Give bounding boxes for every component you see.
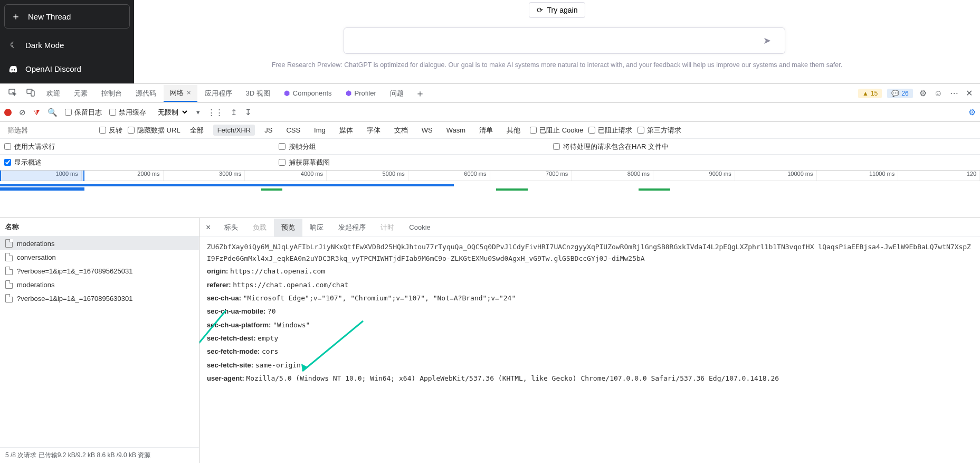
tab-network[interactable]: 网络 × <box>164 85 197 102</box>
close-devtools-icon[interactable]: ✕ <box>963 86 976 100</box>
tab-elements[interactable]: 元素 <box>68 86 94 101</box>
detail-tab-headers[interactable]: 标头 <box>217 219 245 237</box>
network-toolbar: ⊘ ⧩ 🔍 保留日志 禁用缓存 无限制 ▾ ⋮⋮ ↥ ↧ ⚙ <box>0 103 980 122</box>
info-badge[interactable]: 💬 26 <box>887 89 912 98</box>
blocked-requests-checkbox[interactable]: 已阻止请求 <box>588 126 632 135</box>
invert-checkbox[interactable]: 反转 <box>99 126 122 135</box>
request-item[interactable]: ?verbose=1&ip=1&_=1670895625031 <box>0 264 199 278</box>
dark-mode-button[interactable]: ☾ Dark Mode <box>0 33 134 57</box>
request-detail-pane: × 标头 负载 预览 响应 发起程序 计时 Cookie ZU6ZbfXay0i… <box>199 218 980 463</box>
timeline-tick: 11000 ms <box>817 171 899 181</box>
tab-network-close-icon[interactable]: × <box>187 89 191 97</box>
detail-tab-response[interactable]: 响应 <box>302 219 331 237</box>
clear-button[interactable]: ⊘ <box>19 108 26 117</box>
chat-input[interactable] <box>344 27 785 54</box>
capture-screenshots-checkbox[interactable]: 捕获屏幕截图 <box>279 158 330 167</box>
tab-welcome[interactable]: 欢迎 <box>40 86 66 101</box>
detail-body[interactable]: ZU6ZbfXay0iQy6M_NJqLyAFIbLrJiyNKxQtfEwXV… <box>199 237 980 463</box>
filter-toggle-icon[interactable]: ⧩ <box>33 108 40 117</box>
group-by-frame-checkbox[interactable]: 按帧分组 <box>279 142 521 152</box>
include-har-checkbox[interactable]: 将待处理的请求包含在HAR 文件中 <box>553 142 669 152</box>
preview-disclaimer: Free Research Preview: ChatGPT is optimi… <box>272 61 843 69</box>
disable-cache-checkbox[interactable]: 禁用缓存 <box>109 108 146 117</box>
warnings-badge[interactable]: ▲ 15 <box>858 89 882 98</box>
preserve-log-checkbox[interactable]: 保留日志 <box>65 108 102 117</box>
devtools-tab-strip: 欢迎 元素 控制台 源代码 网络 × 应用程序 3D 视图 ⬢ Componen… <box>0 84 980 103</box>
filter-doc[interactable]: 文档 <box>390 124 412 137</box>
request-item-label: conversation <box>17 253 56 261</box>
big-rows-checkbox[interactable]: 使用大请求行 <box>4 142 247 152</box>
tab-console[interactable]: 控制台 <box>95 86 128 101</box>
more-icon[interactable]: ⋯ <box>947 86 962 100</box>
import-har-icon[interactable]: ↧ <box>245 108 252 117</box>
third-party-checkbox[interactable]: 第三方请求 <box>638 126 681 135</box>
timeline-tick: 9000 ms <box>653 171 735 181</box>
moon-icon: ☾ <box>8 40 18 50</box>
detail-tab-payload[interactable]: 负载 <box>245 219 274 237</box>
document-icon <box>5 280 13 289</box>
request-item[interactable]: conversation <box>0 250 199 264</box>
device-toggle-icon[interactable] <box>22 85 39 101</box>
detail-tab-initiator[interactable]: 发起程序 <box>331 219 373 237</box>
send-button[interactable]: ➤ <box>763 35 771 46</box>
throttle-select[interactable]: 无限制 <box>154 107 189 118</box>
request-item[interactable]: ?verbose=1&ip=1&_=1670895630301 <box>0 291 199 305</box>
send-icon: ➤ <box>763 35 771 46</box>
filter-fetch-xhr[interactable]: Fetch/XHR <box>213 125 255 136</box>
record-button[interactable] <box>4 109 12 116</box>
request-item[interactable]: moderations <box>0 278 199 291</box>
wifi-icon[interactable]: ⋮⋮ <box>207 108 223 117</box>
inspect-icon[interactable] <box>4 85 21 101</box>
request-item-label: ?verbose=1&ip=1&_=1670895630301 <box>17 295 132 303</box>
filter-other[interactable]: 其他 <box>502 124 525 137</box>
try-again-button[interactable]: ⟳ Try again <box>529 2 586 18</box>
chevron-down-icon[interactable]: ▾ <box>196 108 200 116</box>
detail-tab-timing[interactable]: 计时 <box>373 219 402 237</box>
filter-input[interactable] <box>4 124 94 136</box>
search-icon[interactable]: 🔍 <box>47 108 58 117</box>
timeline-tick: 10000 ms <box>735 171 817 181</box>
filter-all[interactable]: 全部 <box>186 124 208 137</box>
tab-issues[interactable]: 问题 <box>384 86 410 101</box>
filter-wasm[interactable]: Wasm <box>442 125 470 136</box>
tab-3dview[interactable]: 3D 视图 <box>240 86 277 101</box>
show-overview-checkbox[interactable]: 显示概述 <box>4 158 247 167</box>
timeline-tick: 2000 ms <box>82 171 164 181</box>
new-thread-label: New Thread <box>28 12 71 21</box>
filter-css[interactable]: CSS <box>282 125 305 136</box>
document-icon <box>5 239 13 248</box>
feedback-icon[interactable]: ☺ <box>931 87 946 100</box>
hdr-secfetch-site-key: sec-fetch-site: <box>207 361 253 369</box>
add-tab-icon[interactable]: ＋ <box>411 84 429 103</box>
network-timeline[interactable]: 1000 ms2000 ms3000 ms4000 ms5000 ms6000 … <box>0 171 980 218</box>
detail-close-icon[interactable]: × <box>199 223 217 232</box>
hdr-secfetch-mode-val: cors <box>262 347 278 355</box>
detail-tab-preview[interactable]: 预览 <box>274 219 302 237</box>
discord-button[interactable]: OpenAI Discord <box>0 57 134 81</box>
hdr-ua-val: Mozilla/5.0 (Windows NT 10.0; Win64; x64… <box>246 374 779 382</box>
disable-cache-input[interactable] <box>109 109 116 116</box>
export-har-icon[interactable]: ↥ <box>231 108 237 117</box>
network-settings-icon[interactable]: ⚙ <box>968 107 976 117</box>
tab-components[interactable]: ⬢ Components <box>278 86 338 100</box>
tab-application[interactable]: 应用程序 <box>198 86 239 101</box>
hide-data-url-checkbox[interactable]: 隐藏数据 URL <box>128 126 180 135</box>
disable-cache-label: 禁用缓存 <box>119 108 146 117</box>
detail-tab-cookies[interactable]: Cookie <box>402 219 437 235</box>
filter-ws[interactable]: WS <box>417 125 437 136</box>
blocked-cookies-checkbox[interactable]: 已阻止 Cookie <box>530 126 583 135</box>
tab-sources[interactable]: 源代码 <box>129 86 163 101</box>
settings-gear-icon[interactable]: ⚙ <box>916 86 930 100</box>
new-thread-button[interactable]: ＋ New Thread <box>4 4 130 29</box>
network-options-row-2: 显示概述 捕获屏幕截图 <box>0 155 980 171</box>
header-cookie-continuation: ZU6ZbfXay0iQy6M_NJqLyAFIbLrJiyNKxQtfEwXV… <box>207 241 973 264</box>
filter-img[interactable]: Img <box>310 125 330 136</box>
filter-js[interactable]: JS <box>260 125 277 136</box>
filter-manifest[interactable]: 清单 <box>475 124 497 137</box>
tab-profiler[interactable]: ⬢ Profiler <box>339 86 383 100</box>
filter-font[interactable]: 字体 <box>363 124 385 137</box>
hdr-secchua-platform-val: "Windows" <box>273 321 310 329</box>
preserve-log-input[interactable] <box>65 109 72 116</box>
filter-media[interactable]: 媒体 <box>335 124 357 137</box>
request-item[interactable]: moderations <box>0 237 199 250</box>
